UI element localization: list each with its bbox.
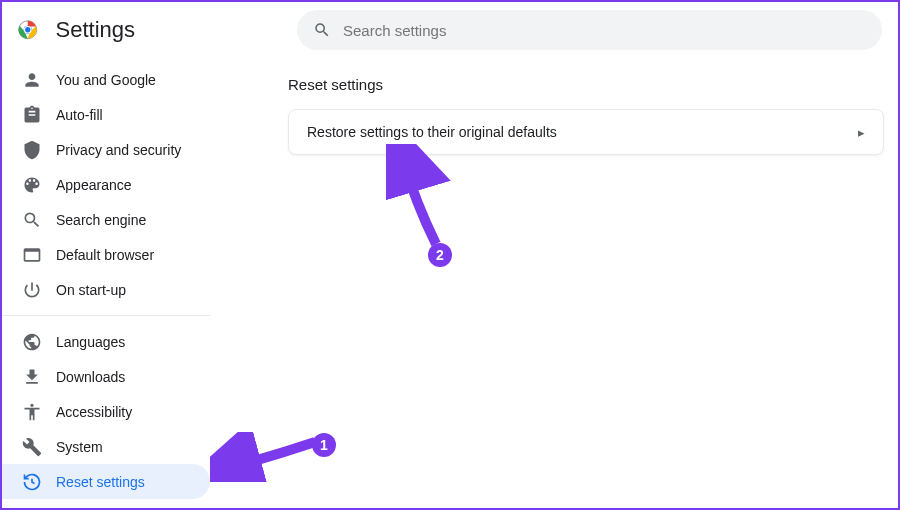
search-box[interactable] [297,10,882,50]
sidebar-item-system[interactable]: System [2,429,210,464]
sidebar-item-startup[interactable]: On start-up [2,272,210,307]
sidebar-item-accessibility[interactable]: Accessibility [2,394,210,429]
sidebar-item-label: Auto-fill [56,107,103,123]
search-icon [313,21,331,39]
sidebar-item-downloads[interactable]: Downloads [2,359,210,394]
sidebar-item-label: System [56,439,103,455]
section-title: Reset settings [288,76,884,93]
accessibility-icon [22,402,42,422]
sidebar-item-label: Downloads [56,369,125,385]
reset-card: Restore settings to their original defau… [288,109,884,155]
svg-point-2 [25,27,32,34]
sidebar-item-label: Privacy and security [56,142,181,158]
palette-icon [22,175,42,195]
power-icon [22,280,42,300]
sidebar-divider [2,315,210,316]
page-title: Settings [56,17,136,43]
globe-icon [22,332,42,352]
sidebar-item-label: On start-up [56,282,126,298]
sidebar-item-privacy[interactable]: Privacy and security [2,132,210,167]
restore-icon [22,472,42,492]
download-icon [22,367,42,387]
sidebar-item-reset-settings[interactable]: Reset settings [2,464,210,499]
sidebar-item-label: Appearance [56,177,132,193]
sidebar-item-languages[interactable]: Languages [2,324,210,359]
sidebar-item-appearance[interactable]: Appearance [2,167,210,202]
sidebar-item-label: Reset settings [56,474,145,490]
sidebar-item-default-browser[interactable]: Default browser [2,237,210,272]
sidebar-item-label: Search engine [56,212,146,228]
restore-defaults-label: Restore settings to their original defau… [307,124,557,140]
sidebar-item-label: Languages [56,334,125,350]
search-container [297,10,882,50]
sidebar-item-label: Default browser [56,247,154,263]
sidebar-item-search-engine[interactable]: Search engine [2,202,210,237]
search-input[interactable] [343,22,866,39]
header: Settings [2,2,898,58]
sidebar-item-autofill[interactable]: Auto-fill [2,97,210,132]
shield-icon [22,140,42,160]
clipboard-icon [22,105,42,125]
restore-defaults-row[interactable]: Restore settings to their original defau… [289,110,883,154]
sidebar: You and Google Auto-fill Privacy and sec… [2,58,210,508]
chevron-right-icon: ▸ [858,125,865,140]
wrench-icon [22,437,42,457]
annotation-badge-1: 1 [312,433,336,457]
chrome-logo-icon [18,19,38,41]
sidebar-item-you-and-google[interactable]: You and Google [2,62,210,97]
search-icon [22,210,42,230]
person-icon [22,70,42,90]
sidebar-item-label: You and Google [56,72,156,88]
browser-icon [22,245,42,265]
sidebar-item-label: Accessibility [56,404,132,420]
content: You and Google Auto-fill Privacy and sec… [2,58,898,508]
annotation-badge-2: 2 [428,243,452,267]
